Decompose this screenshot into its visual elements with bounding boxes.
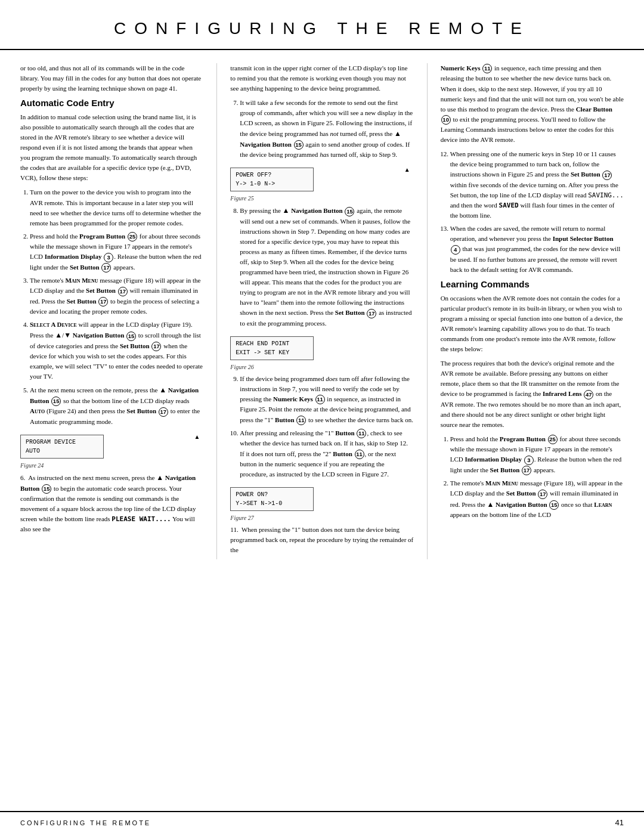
steps-list: Turn on the power to the device you wish… xyxy=(20,187,203,427)
learn-step-1: Press and hold the Program Button 25 for… xyxy=(450,434,624,475)
step-12: When pressing one of the numeric keys in… xyxy=(450,149,624,221)
step-1: Turn on the power to the device you wish… xyxy=(30,187,203,228)
column-1: or too old, and thus not all of its comm… xyxy=(0,63,216,559)
fig26-label: Figure 26 xyxy=(230,364,413,370)
step-6-text: 6. As instructed on the next menu screen… xyxy=(20,472,203,534)
page-title: CONFIGURING THE REMOTE xyxy=(0,19,644,38)
lcd-figure-27: POWER ON? Y->SET N->1-0 xyxy=(230,487,314,511)
col1-intro: or too old, and thus not all of its comm… xyxy=(20,63,203,94)
content-area: or too old, and thus not all of its comm… xyxy=(0,50,644,559)
lcd-figure-26: REACH END POINT EXIT -> SET KEY xyxy=(230,336,314,360)
fig27-label: Figure 27 xyxy=(230,515,413,521)
page-header: CONFIGURING THE REMOTE xyxy=(0,0,644,50)
lcd-figure-25-wrapper: POWER OFF? Y-> 1-0 N-> ▲ xyxy=(230,164,413,193)
page-footer: CONFIGURING THE REMOTE 41 xyxy=(0,811,644,833)
step-8: By pressing the ▲ Navigation Button 15 a… xyxy=(240,205,413,329)
step-7: It will take a few seconds for the remot… xyxy=(240,98,413,160)
section2-heading: Learning Commands xyxy=(441,279,624,289)
col2-intro: transmit icon in the upper right corner … xyxy=(230,63,413,94)
step-2: Press and hold the Program Button 25 for… xyxy=(30,231,203,272)
step-3: The remote's Main Menu message (Figure 1… xyxy=(30,275,203,317)
lcd-figure-25: POWER OFF? Y-> 1-0 N-> xyxy=(230,168,314,191)
fig25-label: Figure 25 xyxy=(230,195,413,202)
lcd-arrow-up: ▲ xyxy=(194,433,200,440)
steps-list-col3: When pressing one of the numeric keys in… xyxy=(441,149,624,274)
steps-list-col2c: If the device being programmed does turn… xyxy=(230,374,413,479)
step-11-partial: 11. When pressing the "1" button does no… xyxy=(230,525,413,555)
learn-step-2: The remote's Main Menu message (Figure 1… xyxy=(450,478,624,520)
step-9: If the device being programmed does turn… xyxy=(240,374,413,425)
section2-para2: The process requires that both the devic… xyxy=(441,358,624,430)
lcd-figure-24-wrapper: PROGRAM DEVICE AUTO ▲ xyxy=(20,431,203,460)
column-3: Numeric Keys 11 in sequence, each time p… xyxy=(427,63,644,559)
lcd25-arrow: ▲ xyxy=(404,166,410,173)
step-10: After pressing and releasing the "1" But… xyxy=(240,428,413,479)
fig24-label: Figure 24 xyxy=(20,462,203,469)
section1-heading: Automatic Code Entry xyxy=(20,98,203,108)
section1-intro: In addition to manual code selection usi… xyxy=(20,112,203,183)
learn-steps-list: Press and hold the Program Button 25 for… xyxy=(441,434,624,521)
step-11-cont: Numeric Keys 11 in sequence, each time p… xyxy=(441,63,624,145)
lcd-figure-24: PROGRAM DEVICE AUTO xyxy=(20,435,104,459)
section2-intro: On occasions when the AVR remote does no… xyxy=(441,293,624,354)
footer-left-text: CONFIGURING THE REMOTE xyxy=(20,819,151,826)
lcd-figure-27-wrapper: POWER ON? Y->SET N->1-0 xyxy=(230,484,413,512)
steps-list-col2b: By pressing the ▲ Navigation Button 15 a… xyxy=(230,205,413,329)
column-2: transmit icon in the upper right corner … xyxy=(216,63,426,559)
steps-list-col2: It will take a few seconds for the remot… xyxy=(230,98,413,160)
step-5: At the next menu screen on the remote, p… xyxy=(30,385,203,427)
lcd-figure-26-wrapper: REACH END POINT EXIT -> SET KEY xyxy=(230,333,413,361)
step-4: Select A Device will appear in the LCD d… xyxy=(30,320,203,382)
step-13: When the codes are saved, the remote wil… xyxy=(450,224,624,275)
page: CONFIGURING THE REMOTE or too old, and t… xyxy=(0,0,644,833)
footer-page-num: 41 xyxy=(615,818,624,827)
